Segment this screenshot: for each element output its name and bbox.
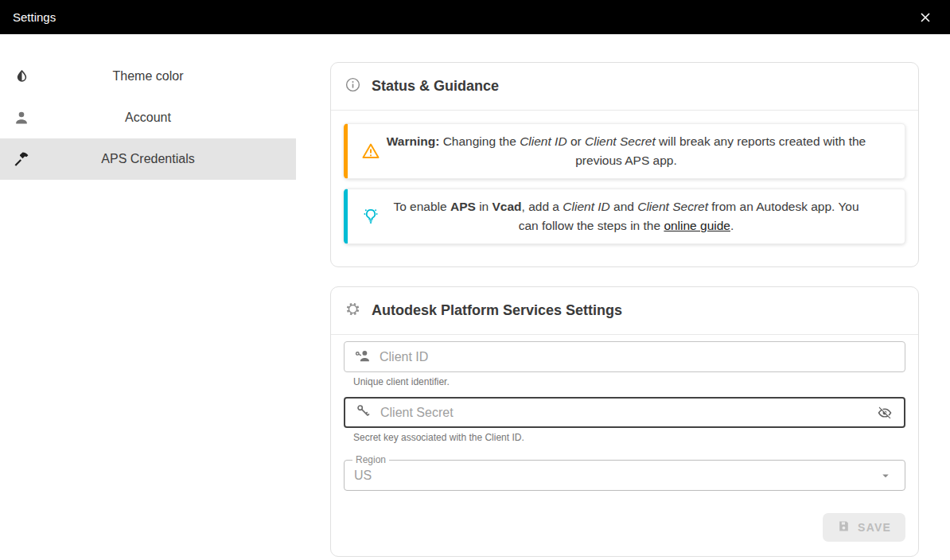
save-floppy-icon — [837, 519, 851, 535]
sidebar-item-account[interactable]: Account — [0, 97, 296, 138]
warning-client-secret: Client Secret — [585, 134, 656, 148]
tip-text: To enable — [393, 200, 450, 213]
tip-alert: To enable APS in Vcad, add a Client ID a… — [344, 189, 905, 244]
status-guidance-card: Status & Guidance Warning: Changing the … — [330, 62, 919, 267]
tip-alert-text: To enable APS in Vcad, add a Client ID a… — [383, 197, 870, 235]
client-id-input[interactable] — [380, 350, 895, 364]
invert-colors-icon — [12, 67, 31, 86]
client-secret-input[interactable] — [380, 406, 867, 420]
page-title: Settings — [13, 10, 56, 24]
aps-card-title: Autodesk Platform Services Settings — [372, 302, 622, 319]
chevron-down-icon — [876, 466, 895, 485]
close-icon[interactable] — [915, 7, 936, 28]
warning-label: Warning: — [387, 134, 440, 148]
status-card-header: Status & Guidance — [331, 63, 918, 110]
person-key-icon — [354, 347, 372, 368]
aps-card-header: Autodesk Platform Services Settings — [331, 287, 918, 334]
warning-text: or — [567, 134, 585, 148]
save-button-label: SAVE — [858, 521, 891, 534]
warning-triangle-icon — [360, 141, 381, 161]
hammer-icon — [12, 150, 31, 169]
tip-text: and — [610, 200, 637, 213]
aps-settings-card: Autodesk Platform Services Settings — [330, 286, 919, 557]
lightbulb-tip-icon — [360, 206, 381, 227]
warning-alert-text: Warning: Changing the Client ID or Clien… — [383, 132, 870, 170]
status-card-body: Warning: Changing the Client ID or Clien… — [331, 111, 918, 266]
warning-text: Changing the — [439, 134, 520, 148]
key-icon — [355, 402, 372, 423]
sidebar-item-theme-color[interactable]: Theme color — [0, 56, 296, 97]
titlebar: Settings — [0, 0, 950, 34]
region-select-value: US — [354, 469, 876, 483]
region-select[interactable]: Region US — [344, 460, 905, 491]
settings-sidebar: Theme color Account APS Credentials — [0, 34, 296, 560]
form-actions: SAVE — [344, 491, 905, 543]
settings-layout: Theme color Account APS Credentials — [0, 34, 950, 560]
region-select-label: Region — [352, 454, 389, 465]
save-button[interactable]: SAVE — [823, 513, 905, 542]
warning-client-id: Client ID — [520, 134, 566, 148]
sidebar-item-label: Theme color — [0, 69, 296, 84]
person-icon — [12, 108, 31, 127]
online-guide-link[interactable]: online guide — [664, 219, 730, 232]
tip-aps: APS — [450, 200, 476, 213]
sidebar-item-label: Account — [0, 111, 296, 125]
warning-alert: Warning: Changing the Client ID or Clien… — [344, 123, 905, 179]
tip-client-secret: Client Secret — [637, 200, 708, 213]
client-secret-helper: Secret key associated with the Client ID… — [353, 432, 905, 443]
client-secret-field-box — [344, 397, 905, 428]
visibility-off-icon[interactable] — [875, 403, 894, 422]
client-id-field-box — [344, 341, 905, 372]
gear-icon — [345, 301, 361, 321]
tip-text: , add a — [522, 200, 563, 213]
info-icon — [345, 76, 361, 96]
settings-main: Status & Guidance Warning: Changing the … — [296, 34, 950, 560]
sidebar-item-aps-credentials[interactable]: APS Credentials — [0, 138, 296, 180]
tip-client-id: Client ID — [563, 200, 609, 213]
aps-form: Unique client identifier. — [331, 335, 918, 556]
client-id-helper: Unique client identifier. — [353, 376, 905, 387]
tip-text: . — [730, 219, 734, 232]
status-card-title: Status & Guidance — [372, 78, 499, 95]
tip-text: in — [476, 200, 493, 213]
tip-vcad: Vcad — [493, 200, 522, 213]
sidebar-item-label: APS Credentials — [0, 152, 296, 166]
